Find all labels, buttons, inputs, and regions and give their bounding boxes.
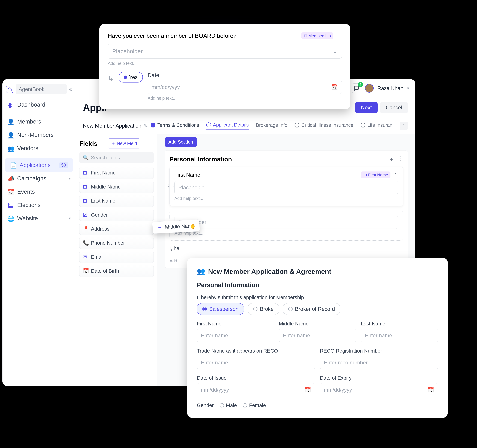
nav-label: Dashboard bbox=[17, 101, 45, 108]
field-email[interactable]: ✉Email bbox=[79, 251, 154, 263]
panel-collapse-icon[interactable]: « bbox=[153, 142, 154, 145]
fields-panel: Fields ＋New Field « 🔍Search fields ⊟Firs… bbox=[76, 134, 157, 386]
plus-icon[interactable]: ＋ bbox=[389, 155, 394, 163]
date-expiry-input[interactable]: mm/dd/yyyy📅 bbox=[320, 383, 438, 396]
radio-icon bbox=[202, 307, 207, 311]
gender-label: Gender bbox=[197, 402, 214, 408]
date-issue-label: Date of Issue bbox=[197, 375, 315, 381]
role-broker-record[interactable]: Broker of Record bbox=[283, 303, 340, 315]
file-user-icon: 📄 bbox=[10, 162, 16, 168]
date-input[interactable]: mm/dd/yyyy 📅 bbox=[148, 81, 342, 94]
chevron-down-icon: ▾ bbox=[69, 176, 71, 181]
user-icon: 👤 bbox=[7, 118, 14, 125]
form-section-title: Personal Information bbox=[197, 281, 438, 289]
cancel-button[interactable]: Cancel bbox=[380, 102, 408, 113]
user-avatar[interactable] bbox=[365, 84, 374, 93]
last-name-input[interactable] bbox=[361, 329, 438, 342]
app-logo bbox=[6, 86, 13, 93]
reco-num-label: RECO Registration Number bbox=[320, 348, 438, 354]
date-issue-input[interactable]: mm/dd/yyyy📅 bbox=[197, 383, 315, 396]
next-button[interactable]: Next bbox=[355, 102, 378, 113]
middle-name-label: Middle Name bbox=[279, 321, 356, 327]
field-first-name[interactable]: ⊟First Name bbox=[79, 167, 154, 179]
trade-name-input[interactable] bbox=[197, 356, 315, 369]
user-minus-icon: 👤 bbox=[7, 132, 14, 138]
text-field-icon: ⊟ bbox=[83, 198, 88, 204]
field-address[interactable]: 📍Address bbox=[79, 223, 154, 235]
messages-button[interactable]: 4 bbox=[352, 83, 361, 93]
field-type-tag: ⊟ First Name bbox=[361, 171, 390, 178]
condition-yes-pill[interactable]: Yes bbox=[119, 72, 143, 82]
first-name-input[interactable] bbox=[197, 329, 274, 342]
tab-applicant[interactable]: Applicant Details bbox=[206, 122, 249, 129]
date-placeholder: mm/dd/yyyy bbox=[324, 387, 352, 393]
sidebar-collapse-icon[interactable]: « bbox=[69, 86, 72, 92]
drag-handle-icon[interactable]: ⋮⋮ bbox=[166, 183, 176, 189]
globe-icon: 🌐 bbox=[7, 215, 14, 221]
tabs-more-button[interactable]: ⋮ bbox=[399, 122, 408, 130]
nav-label: Applications bbox=[20, 162, 51, 168]
help-text[interactable]: Add help text... bbox=[148, 96, 342, 101]
tab-label: Applicant Details bbox=[213, 122, 249, 128]
calendar-icon: 📅 bbox=[304, 387, 311, 393]
tab-life[interactable]: Life Insuran bbox=[361, 122, 392, 129]
role-broke[interactable]: Broke bbox=[248, 303, 279, 315]
dot-icon bbox=[124, 76, 127, 79]
nav-elections[interactable]: 🗳Elections bbox=[3, 198, 76, 212]
nav-events[interactable]: 📅Events bbox=[3, 185, 76, 198]
field-label: Phone Number bbox=[91, 240, 125, 246]
field-phone[interactable]: 📞Phone Number bbox=[79, 237, 154, 249]
field-input[interactable] bbox=[174, 181, 398, 194]
nav-applications[interactable]: 📄Applications50 bbox=[5, 158, 73, 172]
chevron-down-icon: ⌄ bbox=[333, 48, 337, 55]
plus-icon: ＋ bbox=[111, 140, 116, 146]
gender-female[interactable]: Female bbox=[243, 402, 266, 408]
field-middle-name[interactable]: ⊟Middle Name bbox=[79, 181, 154, 193]
radio-icon bbox=[253, 307, 257, 311]
gauge-icon: ◉ bbox=[7, 102, 14, 108]
radio-label: Male bbox=[226, 402, 237, 408]
tab-brokerage[interactable]: Brokerage Info bbox=[256, 122, 287, 129]
nav-vendors[interactable]: 👥Vendors bbox=[3, 141, 76, 155]
nav-website[interactable]: 🌐Website▾ bbox=[3, 212, 76, 225]
gender-male[interactable]: Male bbox=[220, 402, 237, 408]
kebab-icon[interactable]: ⋮ bbox=[336, 32, 342, 39]
new-field-button[interactable]: ＋New Field bbox=[108, 139, 140, 148]
role-salesperson[interactable]: Salesperson bbox=[197, 303, 244, 315]
nav-campaigns[interactable]: 📣Campaigns▾ bbox=[3, 172, 76, 185]
field-gender[interactable]: ☑Gender bbox=[79, 209, 154, 221]
reco-num-input[interactable] bbox=[320, 356, 438, 369]
nav-dashboard[interactable]: ◉Dashboard bbox=[3, 98, 76, 111]
add-section-button[interactable]: Add Section bbox=[165, 137, 197, 147]
field-dob[interactable]: 📅Date of Birth bbox=[79, 265, 154, 277]
form-preview-card: 👥New Member Application & Agreement Pers… bbox=[187, 258, 448, 418]
field-last-name[interactable]: ⊟Last Name bbox=[79, 195, 154, 207]
help-text[interactable]: Add help text... bbox=[174, 196, 398, 201]
nav-nonmembers[interactable]: 👤Non-Members bbox=[3, 128, 76, 141]
answer-select[interactable]: Placeholder ⌄ bbox=[108, 44, 342, 58]
notification-badge: 4 bbox=[358, 82, 363, 87]
tab-illness[interactable]: Critical Illness Insurance bbox=[295, 122, 353, 129]
radio-label: Broke bbox=[260, 306, 274, 312]
edit-icon[interactable]: ✎ bbox=[144, 123, 148, 129]
chevron-down-icon[interactable]: ▾ bbox=[407, 86, 409, 91]
tab-terms[interactable]: Terms & Conditions bbox=[151, 122, 199, 129]
middle-name-input[interactable] bbox=[279, 329, 356, 342]
search-icon: 🔍 bbox=[83, 155, 89, 161]
nav-members[interactable]: 👤Members bbox=[3, 115, 76, 128]
date-placeholder: mm/dd/yyyy bbox=[201, 387, 229, 393]
radio-label: Broker of Record bbox=[295, 306, 335, 312]
ghost-input[interactable] bbox=[174, 216, 398, 229]
search-fields-input[interactable]: 🔍Search fields bbox=[79, 152, 154, 163]
brand-name: AgentBook bbox=[16, 84, 67, 94]
kebab-icon[interactable]: ⋮ bbox=[397, 155, 403, 163]
tab-label: Critical Illness Insurance bbox=[301, 122, 353, 128]
last-name-label: Last Name bbox=[361, 321, 438, 327]
grab-cursor-icon: ✋ bbox=[190, 223, 196, 229]
kebab-icon[interactable]: ⋮ bbox=[393, 172, 398, 178]
question-tag: ⊟ Membership bbox=[301, 32, 333, 39]
form-field-card[interactable]: ⋮⋮ First Name ⊟ First Name ⋮ Add help te… bbox=[169, 167, 403, 206]
help-text[interactable]: Add help text... bbox=[108, 61, 342, 66]
radio-icon bbox=[220, 403, 224, 407]
drop-zone[interactable]: Add help text... bbox=[169, 211, 403, 241]
